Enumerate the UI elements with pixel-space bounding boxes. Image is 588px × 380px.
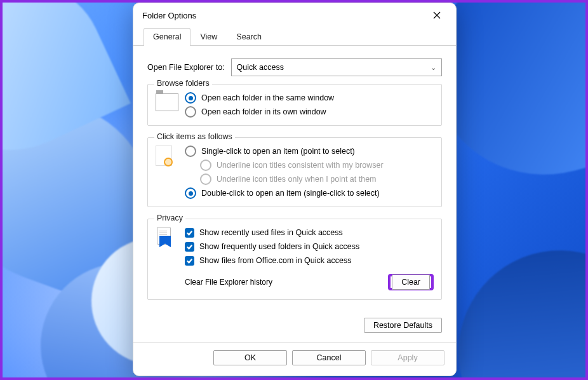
folder-options-dialog: Folder Options General View Search Open … <box>133 3 457 376</box>
radio-double-click[interactable] <box>185 187 196 199</box>
folder-window-icon <box>156 92 178 115</box>
radio-own-window[interactable] <box>185 106 196 118</box>
click-items-group: Click items as follows Single-click to o… <box>147 137 442 207</box>
tab-view[interactable]: View <box>190 28 227 46</box>
desktop-wallpaper: Folder Options General View Search Open … <box>0 0 588 380</box>
cancel-button[interactable]: Cancel <box>292 350 366 365</box>
chevron-down-icon: ⌄ <box>431 64 436 72</box>
ok-button[interactable]: OK <box>213 350 287 365</box>
checkbox-freq-folders-label: Show frequently used folders in Quick ac… <box>199 240 359 254</box>
radio-same-window-label: Open each folder in the same window <box>201 91 334 105</box>
radio-single-click[interactable] <box>185 146 196 157</box>
close-icon <box>433 11 441 19</box>
dialog-footer: OK Cancel Apply <box>133 342 456 376</box>
dialog-title: Folder Options <box>142 11 424 20</box>
browse-folders-legend: Browse folders <box>154 79 212 88</box>
close-button[interactable] <box>424 6 450 25</box>
checkbox-recent-files-label: Show recently used files in Quick access <box>199 226 343 240</box>
radio-underline-browser <box>200 159 211 171</box>
file-click-icon <box>156 146 178 168</box>
click-items-legend: Click items as follows <box>154 132 235 141</box>
tab-general[interactable]: General <box>144 28 190 46</box>
radio-underline-browser-label: Underline icon titles consistent with my… <box>217 158 384 172</box>
open-file-explorer-label: Open File Explorer to: <box>147 63 225 72</box>
radio-same-window[interactable] <box>185 92 196 104</box>
open-file-explorer-select[interactable]: Quick access ⌄ <box>231 58 442 76</box>
history-bookmark-icon <box>156 227 178 250</box>
checkbox-office-files[interactable] <box>185 256 194 266</box>
titlebar: Folder Options <box>133 3 456 27</box>
radio-single-click-label: Single-click to open an item (point to s… <box>201 144 355 158</box>
tab-search[interactable]: Search <box>227 28 271 46</box>
clear-button-highlight: Clear <box>388 274 434 290</box>
open-file-explorer-value: Quick access <box>237 63 284 72</box>
radio-double-click-label: Double-click to open an item (single-cli… <box>201 186 380 200</box>
clear-button[interactable]: Clear <box>392 275 430 290</box>
radio-underline-hover <box>200 173 211 185</box>
browse-folders-group: Browse folders Open each folder in the s… <box>147 84 442 126</box>
tabs: General View Search <box>133 27 456 46</box>
radio-own-window-label: Open each folder in its own window <box>201 105 326 119</box>
apply-button: Apply <box>371 350 444 365</box>
privacy-legend: Privacy <box>154 214 185 222</box>
restore-defaults-button[interactable]: Restore Defaults <box>364 318 442 333</box>
checkbox-freq-folders[interactable] <box>185 242 194 252</box>
checkbox-recent-files[interactable] <box>185 228 194 238</box>
clear-history-label: Clear File Explorer history <box>185 278 272 287</box>
privacy-group: Privacy Show recently used files in Quic… <box>147 219 442 300</box>
checkbox-office-files-label: Show files from Office.com in Quick acce… <box>199 254 351 268</box>
radio-underline-hover-label: Underline icon titles only when I point … <box>217 172 377 186</box>
